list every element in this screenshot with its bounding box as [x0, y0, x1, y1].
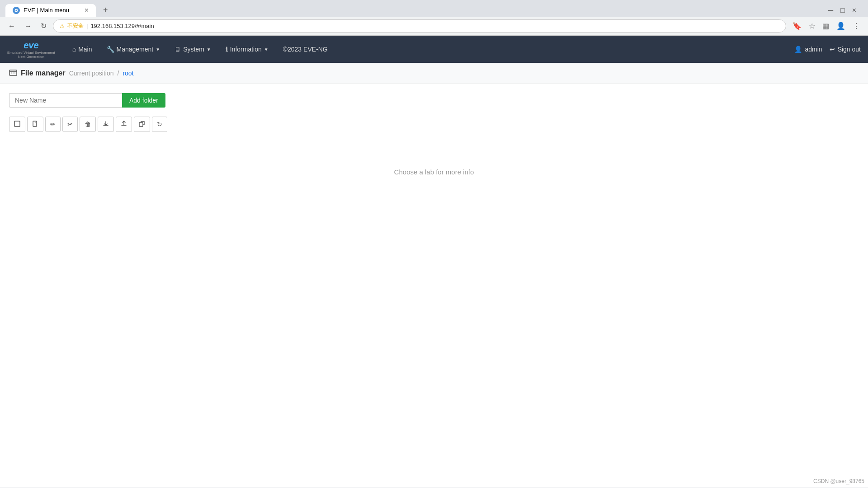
minimize-button[interactable]: ─: [826, 5, 836, 16]
watermark: CSDN @user_98765: [813, 478, 864, 484]
svg-point-2: [11, 73, 12, 74]
add-folder-button[interactable]: Add folder: [122, 93, 165, 108]
close-window-button[interactable]: ×: [849, 5, 859, 16]
rename-button[interactable]: ✏: [45, 117, 61, 132]
trash-icon: 🗑: [85, 121, 91, 128]
checkbox-icon: [14, 121, 20, 128]
menu-button[interactable]: ⋮: [850, 20, 863, 32]
new-tab-button[interactable]: +: [99, 4, 112, 17]
file-manager-panel: Add folder ✏: [0, 84, 868, 185]
delete-button[interactable]: 🗑: [80, 117, 96, 132]
profile-button[interactable]: 👤: [834, 20, 848, 32]
tab-title: EVE | Main menu: [24, 7, 69, 14]
file-manager-title: File manager: [21, 69, 66, 77]
breadcrumb-current: Current position: [69, 70, 114, 77]
breadcrumb-separator: /: [118, 70, 119, 77]
add-folder-row: Add folder: [9, 93, 859, 108]
copy-button[interactable]: [134, 117, 150, 132]
system-dropdown-arrow: ▼: [207, 47, 211, 52]
svg-rect-5: [14, 121, 20, 127]
new-file-icon: [32, 121, 38, 128]
refresh-icon: ↻: [157, 121, 162, 128]
app-navbar: eve Emulated Virtual Environment Next Ge…: [0, 36, 868, 63]
management-dropdown-arrow: ▼: [156, 47, 160, 52]
address-text: 192.168.153.129/#/main: [90, 23, 154, 29]
nav-item-main[interactable]: ⌂ Main: [66, 42, 99, 56]
scissors-icon: ✂: [67, 121, 73, 128]
content-area: File manager Current position / root Add…: [0, 63, 868, 488]
user-icon: 👤: [794, 46, 802, 53]
tab-close-button[interactable]: ×: [85, 7, 89, 14]
nav-item-copyright: ©2023 EVE-NG: [277, 42, 334, 56]
logo-text: eve: [24, 40, 38, 51]
nav-item-information[interactable]: ℹ Information ▼: [219, 42, 275, 56]
logo-subtitle: Emulated Virtual Environment: [7, 51, 55, 55]
forward-button[interactable]: →: [22, 20, 34, 32]
empty-state-message: Choose a lab for more info: [9, 168, 859, 176]
monitor-icon: 🖥: [175, 46, 181, 53]
extension-button[interactable]: ▦: [820, 20, 832, 32]
file-manager-icon: [9, 68, 17, 78]
new-lab-button[interactable]: [27, 117, 43, 132]
signout-icon: ↩: [830, 46, 835, 53]
address-separator: |: [86, 23, 88, 29]
file-manager-toolbar: ✏ ✂ 🗑: [9, 117, 859, 132]
reload-button[interactable]: ↻: [38, 20, 49, 32]
security-warning-icon: ⚠: [60, 23, 65, 29]
warning-label: 不安全: [67, 22, 84, 30]
tab-favicon: [13, 7, 20, 14]
nav-items: ⌂ Main 🔧 Management ▼ 🖥 System ▼ ℹ Infor…: [66, 42, 795, 56]
app-logo: eve Emulated Virtual Environment Next Ge…: [7, 40, 55, 59]
browser-tab[interactable]: EVE | Main menu ×: [5, 4, 96, 17]
export-button[interactable]: [98, 117, 114, 132]
star-button[interactable]: ☆: [806, 20, 818, 32]
back-button[interactable]: ←: [5, 20, 18, 32]
refresh-button[interactable]: ↻: [152, 117, 167, 132]
nav-user: 👤 admin: [794, 46, 822, 53]
pencil-icon: ✏: [50, 121, 56, 128]
import-button[interactable]: [116, 117, 132, 132]
breadcrumb-bar: File manager Current position / root: [0, 63, 868, 84]
logo-subtitle2: Next Generation: [18, 55, 44, 59]
nav-item-management[interactable]: 🔧 Management ▼: [100, 42, 167, 56]
select-all-button[interactable]: [9, 117, 25, 132]
svg-rect-7: [139, 122, 143, 127]
breadcrumb-title: File manager: [9, 68, 66, 78]
info-icon: ℹ: [226, 46, 228, 53]
svg-point-3: [13, 73, 14, 74]
username-label: admin: [805, 46, 822, 53]
nav-item-system[interactable]: 🖥 System ▼: [168, 42, 217, 56]
svg-point-4: [14, 73, 15, 74]
address-bar[interactable]: ⚠ 不安全 | 192.168.153.129/#/main: [53, 19, 786, 33]
signout-label: Sign out: [838, 46, 861, 53]
export-icon: [103, 121, 109, 128]
copy-icon: [139, 121, 145, 128]
maximize-button[interactable]: □: [838, 5, 848, 16]
cut-button[interactable]: ✂: [62, 117, 78, 132]
folder-name-input[interactable]: [9, 93, 122, 108]
home-icon: ⌂: [72, 46, 76, 53]
nav-signout[interactable]: ↩ Sign out: [830, 46, 861, 53]
nav-right: 👤 admin ↩ Sign out: [794, 46, 861, 53]
bookmark-button[interactable]: 🔖: [790, 20, 804, 32]
import-icon: [121, 121, 127, 128]
wrench-icon: 🔧: [107, 46, 114, 53]
breadcrumb-root-link[interactable]: root: [123, 70, 133, 77]
information-dropdown-arrow: ▼: [264, 47, 269, 52]
